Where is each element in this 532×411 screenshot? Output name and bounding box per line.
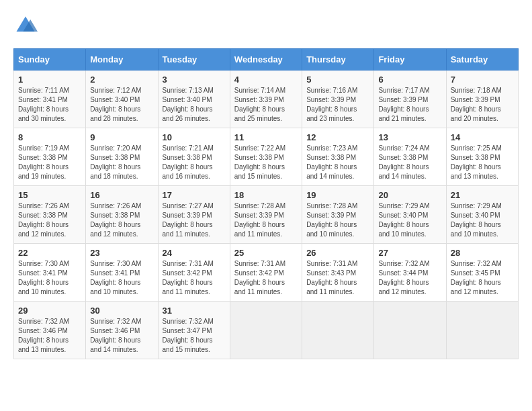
day-number: 8 [18, 132, 81, 142]
calendar-table: SundayMondayTuesdayWednesdayThursdayFrid… [13, 48, 519, 359]
day-number: 1 [18, 75, 81, 85]
day-info: Sunrise: 7:21 AMSunset: 3:38 PMDaylight:… [163, 144, 226, 181]
day-info: Sunrise: 7:13 AMSunset: 3:40 PMDaylight:… [163, 86, 226, 124]
day-number: 23 [90, 248, 153, 258]
day-number: 28 [451, 248, 514, 258]
day-info: Sunrise: 7:29 AMSunset: 3:40 PMDaylight:… [451, 201, 514, 239]
day-info: Sunrise: 7:16 AMSunset: 3:39 PMDaylight:… [306, 86, 369, 124]
day-number: 24 [163, 248, 226, 258]
logo-icon [13, 13, 38, 38]
day-number: 31 [163, 306, 226, 316]
day-number: 29 [18, 306, 81, 316]
logo [13, 13, 42, 38]
calendar-cell: 8 Sunrise: 7:19 AMSunset: 3:38 PMDayligh… [14, 128, 86, 186]
calendar-cell: 17 Sunrise: 7:27 AMSunset: 3:39 PMDaylig… [158, 186, 230, 244]
calendar-cell: 4 Sunrise: 7:14 AMSunset: 3:39 PMDayligh… [230, 71, 302, 128]
day-number: 13 [378, 132, 441, 142]
day-info: Sunrise: 7:28 AMSunset: 3:39 PMDaylight:… [306, 201, 369, 239]
calendar-week-row: 15 Sunrise: 7:26 AMSunset: 3:38 PMDaylig… [14, 186, 519, 244]
calendar-cell: 23 Sunrise: 7:30 AMSunset: 3:41 PMDaylig… [86, 244, 158, 302]
day-info: Sunrise: 7:11 AMSunset: 3:41 PMDaylight:… [18, 86, 81, 124]
header-tuesday: Tuesday [158, 49, 230, 71]
day-info: Sunrise: 7:28 AMSunset: 3:39 PMDaylight:… [234, 201, 298, 239]
day-number: 30 [90, 306, 153, 316]
calendar-cell: 11 Sunrise: 7:22 AMSunset: 3:38 PMDaylig… [230, 128, 302, 186]
calendar-week-row: 1 Sunrise: 7:11 AMSunset: 3:41 PMDayligh… [14, 71, 519, 128]
header-wednesday: Wednesday [230, 49, 302, 71]
day-number: 12 [306, 132, 369, 142]
header-thursday: Thursday [302, 49, 374, 71]
day-info: Sunrise: 7:32 AMSunset: 3:46 PMDaylight:… [90, 317, 153, 355]
calendar-cell: 6 Sunrise: 7:17 AMSunset: 3:39 PMDayligh… [374, 71, 446, 128]
day-info: Sunrise: 7:22 AMSunset: 3:38 PMDaylight:… [234, 144, 298, 181]
day-info: Sunrise: 7:26 AMSunset: 3:38 PMDaylight:… [90, 201, 153, 239]
calendar-cell: 18 Sunrise: 7:28 AMSunset: 3:39 PMDaylig… [230, 186, 302, 244]
day-number: 11 [234, 132, 298, 142]
day-number: 19 [306, 190, 369, 200]
day-number: 4 [234, 75, 298, 85]
day-info: Sunrise: 7:25 AMSunset: 3:38 PMDaylight:… [451, 144, 514, 181]
day-number: 3 [163, 75, 226, 85]
day-number: 25 [234, 248, 298, 258]
day-info: Sunrise: 7:32 AMSunset: 3:46 PMDaylight:… [18, 317, 81, 355]
calendar-cell: 22 Sunrise: 7:30 AMSunset: 3:41 PMDaylig… [14, 244, 86, 302]
day-info: Sunrise: 7:19 AMSunset: 3:38 PMDaylight:… [18, 144, 81, 181]
day-info: Sunrise: 7:31 AMSunset: 3:42 PMDaylight:… [163, 259, 226, 297]
day-info: Sunrise: 7:31 AMSunset: 3:43 PMDaylight:… [306, 259, 369, 297]
day-number: 21 [451, 190, 514, 200]
calendar-cell: 19 Sunrise: 7:28 AMSunset: 3:39 PMDaylig… [302, 186, 374, 244]
calendar-cell [374, 302, 446, 359]
calendar-cell: 30 Sunrise: 7:32 AMSunset: 3:46 PMDaylig… [86, 302, 158, 359]
day-number: 10 [163, 132, 226, 142]
calendar-cell: 1 Sunrise: 7:11 AMSunset: 3:41 PMDayligh… [14, 71, 86, 128]
day-info: Sunrise: 7:24 AMSunset: 3:38 PMDaylight:… [378, 144, 441, 181]
day-info: Sunrise: 7:32 AMSunset: 3:44 PMDaylight:… [378, 259, 441, 297]
day-number: 27 [378, 248, 441, 258]
calendar-cell [230, 302, 302, 359]
calendar-week-row: 22 Sunrise: 7:30 AMSunset: 3:41 PMDaylig… [14, 244, 519, 302]
day-info: Sunrise: 7:27 AMSunset: 3:39 PMDaylight:… [163, 201, 226, 239]
day-number: 2 [90, 75, 153, 85]
day-info: Sunrise: 7:17 AMSunset: 3:39 PMDaylight:… [378, 86, 441, 124]
calendar-cell [302, 302, 374, 359]
day-info: Sunrise: 7:14 AMSunset: 3:39 PMDaylight:… [234, 86, 298, 124]
calendar-cell: 21 Sunrise: 7:29 AMSunset: 3:40 PMDaylig… [446, 186, 518, 244]
page-header [13, 13, 519, 38]
day-number: 14 [451, 132, 514, 142]
day-number: 6 [378, 75, 441, 85]
day-number: 18 [234, 190, 298, 200]
calendar-cell: 24 Sunrise: 7:31 AMSunset: 3:42 PMDaylig… [158, 244, 230, 302]
header-saturday: Saturday [446, 49, 518, 71]
header-friday: Friday [374, 49, 446, 71]
day-number: 5 [306, 75, 369, 85]
calendar-cell: 28 Sunrise: 7:32 AMSunset: 3:45 PMDaylig… [446, 244, 518, 302]
day-info: Sunrise: 7:32 AMSunset: 3:45 PMDaylight:… [451, 259, 514, 297]
calendar-cell: 12 Sunrise: 7:23 AMSunset: 3:38 PMDaylig… [302, 128, 374, 186]
calendar-cell: 5 Sunrise: 7:16 AMSunset: 3:39 PMDayligh… [302, 71, 374, 128]
calendar-cell: 27 Sunrise: 7:32 AMSunset: 3:44 PMDaylig… [374, 244, 446, 302]
calendar-cell: 20 Sunrise: 7:29 AMSunset: 3:40 PMDaylig… [374, 186, 446, 244]
calendar-cell: 10 Sunrise: 7:21 AMSunset: 3:38 PMDaylig… [158, 128, 230, 186]
day-info: Sunrise: 7:26 AMSunset: 3:38 PMDaylight:… [18, 201, 81, 239]
day-number: 16 [90, 190, 153, 200]
day-number: 20 [378, 190, 441, 200]
day-number: 7 [451, 75, 514, 85]
day-info: Sunrise: 7:31 AMSunset: 3:42 PMDaylight:… [234, 259, 298, 297]
day-number: 17 [163, 190, 226, 200]
calendar-cell: 26 Sunrise: 7:31 AMSunset: 3:43 PMDaylig… [302, 244, 374, 302]
day-info: Sunrise: 7:20 AMSunset: 3:38 PMDaylight:… [90, 144, 153, 181]
day-info: Sunrise: 7:18 AMSunset: 3:39 PMDaylight:… [451, 86, 514, 124]
calendar-cell: 29 Sunrise: 7:32 AMSunset: 3:46 PMDaylig… [14, 302, 86, 359]
calendar-header-row: SundayMondayTuesdayWednesdayThursdayFrid… [14, 49, 519, 71]
day-info: Sunrise: 7:30 AMSunset: 3:41 PMDaylight:… [90, 259, 153, 297]
calendar-cell [446, 302, 518, 359]
day-info: Sunrise: 7:30 AMSunset: 3:41 PMDaylight:… [18, 259, 81, 297]
calendar-cell: 2 Sunrise: 7:12 AMSunset: 3:40 PMDayligh… [86, 71, 158, 128]
calendar-cell: 13 Sunrise: 7:24 AMSunset: 3:38 PMDaylig… [374, 128, 446, 186]
header-monday: Monday [86, 49, 158, 71]
calendar-cell: 15 Sunrise: 7:26 AMSunset: 3:38 PMDaylig… [14, 186, 86, 244]
day-info: Sunrise: 7:32 AMSunset: 3:47 PMDaylight:… [163, 317, 226, 355]
calendar-week-row: 29 Sunrise: 7:32 AMSunset: 3:46 PMDaylig… [14, 302, 519, 359]
day-number: 26 [306, 248, 369, 258]
calendar-cell: 7 Sunrise: 7:18 AMSunset: 3:39 PMDayligh… [446, 71, 518, 128]
